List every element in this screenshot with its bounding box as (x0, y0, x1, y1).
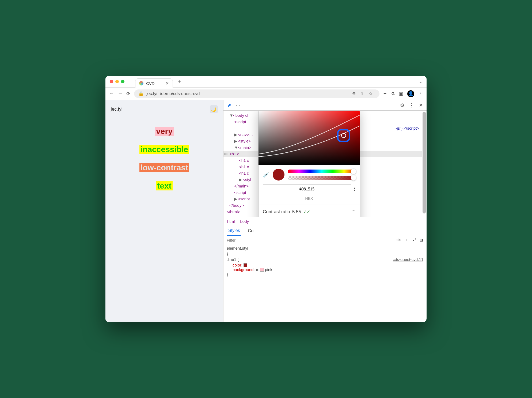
color-picker-popover: 💉 ▴▾ HEX Contrast ratio (258, 111, 360, 217)
star-icon[interactable]: ☆ (369, 91, 373, 96)
panel-icon[interactable]: ▣ (399, 91, 403, 96)
demo-line-2: inaccessible (139, 145, 189, 154)
demo-line-1: very (155, 127, 174, 136)
traffic-lights (110, 80, 124, 83)
device-toggle-icon[interactable]: ▭ (236, 103, 240, 108)
favicon-icon (139, 81, 143, 85)
share-icon[interactable]: ⇧ (360, 91, 364, 96)
contrast-section: Contrast ratio 5.55 ✓✓ ⌃ AA: 3.0 ✓ AAA: … (259, 205, 360, 217)
color-spectrum[interactable] (259, 111, 360, 165)
maximize-window-button[interactable] (121, 80, 124, 83)
alpha-thumb[interactable] (351, 175, 356, 181)
moon-icon: 🌙 (211, 107, 216, 112)
devtools-toolbar: ⬈ ▭ ⚙ ⋮ ✕ (223, 100, 427, 111)
content-area: jec.fyi 🌙 very inaccessible low-contrast… (105, 100, 427, 322)
styles-filter-input[interactable] (227, 238, 393, 242)
lock-icon: 🔒 (138, 91, 144, 96)
close-tab-icon[interactable]: ✕ (165, 81, 169, 86)
profile-avatar[interactable]: 👤 (407, 90, 414, 97)
browser-window: CVD ✕ ＋ ⌄ ← → ⟳ 🔒 jec.fyi /demo/cds-ques… (105, 76, 427, 322)
contrast-value: 5.55 (292, 208, 301, 215)
tab-styles[interactable]: Styles (227, 226, 241, 236)
alpha-slider[interactable] (288, 176, 355, 180)
hex-input[interactable] (263, 184, 351, 194)
paint-icon[interactable]: 🖌 (412, 238, 416, 242)
chevron-up-icon[interactable]: ⌃ (352, 208, 355, 215)
forward-button[interactable]: → (118, 91, 123, 96)
close-window-button[interactable] (110, 80, 113, 83)
settings-icon[interactable]: ⚙ (400, 102, 404, 108)
omnibox[interactable]: 🔒 jec.fyi /demo/cds-quest-cvd ⊕ ⇧ ☆ (134, 89, 379, 98)
page-title: jec.fyi (111, 107, 122, 112)
check-icon: ✓✓ (303, 208, 310, 215)
reload-button[interactable]: ⟳ (126, 91, 130, 97)
current-color-swatch (273, 169, 284, 181)
contrast-label: Contrast ratio (263, 208, 290, 215)
demo-line-3: low-contrast (139, 163, 189, 172)
url-bar: ← → ⟳ 🔒 jec.fyi /demo/cds-quest-cvd ⊕ ⇧ … (105, 88, 427, 100)
browser-tab[interactable]: CVD ✕ (135, 78, 173, 88)
tab-title: CVD (146, 81, 155, 86)
menu-icon[interactable]: ⋮ (419, 91, 423, 96)
breadcrumb[interactable]: html body (223, 217, 427, 226)
titlebar: CVD ✕ ＋ ⌄ (105, 76, 427, 88)
hue-thumb[interactable] (351, 169, 356, 174)
tabs-dropdown-icon[interactable]: ⌄ (419, 79, 422, 84)
new-style-icon[interactable]: ＋ (405, 238, 409, 242)
hue-slider[interactable] (288, 170, 355, 173)
format-stepper[interactable]: ▴▾ (354, 187, 355, 191)
tab-computed[interactable]: Co (247, 226, 254, 235)
eyedropper-icon[interactable]: 💉 (263, 170, 269, 179)
color-swatch-icon[interactable] (244, 263, 247, 267)
minimize-window-button[interactable] (115, 80, 119, 83)
spectrum-cursor[interactable] (337, 129, 350, 142)
styles-tabs: Styles Co (223, 226, 427, 236)
devtools-panel: ⬈ ▭ ⚙ ⋮ ✕ ▼<body cl <script -js");</scri… (223, 100, 427, 322)
extensions-icon[interactable]: ✦ (383, 91, 387, 96)
hex-label: HEX (259, 196, 360, 205)
rendered-page: jec.fyi 🌙 very inaccessible low-contrast… (105, 100, 223, 322)
new-tab-button[interactable]: ＋ (177, 78, 182, 85)
url-path: /demo/cds-quest-cvd (160, 91, 200, 96)
script-snippet: -js");</script> (396, 126, 419, 130)
demo-line-4: text (156, 181, 172, 190)
kebab-icon[interactable]: ⋮ (409, 102, 414, 108)
back-button[interactable]: ← (109, 91, 114, 96)
cls-toggle[interactable]: cls (397, 238, 401, 242)
styles-pane[interactable]: element.styl } cds-quest-cvd:11 .line1 {… (223, 244, 427, 279)
inspect-element-icon[interactable]: ⬈ (227, 102, 231, 108)
dark-mode-toggle[interactable]: 🌙 (210, 105, 218, 113)
extension-icons: ✦ ⚗ ▣ 👤 ⋮ (383, 90, 423, 97)
zoom-icon[interactable]: ⊕ (352, 91, 356, 96)
close-devtools-icon[interactable]: ✕ (419, 102, 423, 108)
styles-filter-bar: cls ＋ 🖌 ◨ (223, 236, 427, 244)
labs-icon[interactable]: ⚗ (391, 91, 395, 96)
style-source-link[interactable]: cds-quest-cvd:11 (393, 257, 423, 262)
panel-toggle-icon[interactable]: ◨ (420, 238, 423, 242)
url-host: jec.fyi (146, 91, 157, 96)
elements-dom-tree[interactable]: ▼<body cl <script -js");</script> ▶<nav>… (223, 111, 427, 217)
color-swatch-icon[interactable] (260, 268, 264, 272)
